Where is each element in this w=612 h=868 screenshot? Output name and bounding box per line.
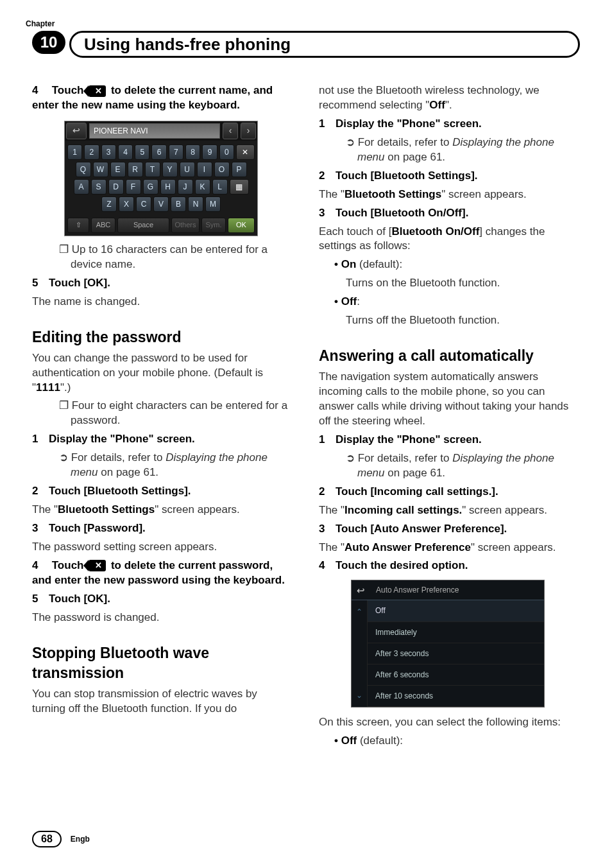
key[interactable]: K bbox=[195, 179, 210, 195]
editpw-step1-sub: For details, refer to Displaying the pho… bbox=[32, 451, 293, 480]
bt-on-desc: Turns on the Bluetooth function. bbox=[319, 276, 580, 291]
kbd-others-key[interactable]: Others bbox=[171, 218, 200, 233]
key[interactable]: 1 bbox=[67, 144, 82, 160]
key[interactable]: W bbox=[93, 162, 108, 177]
key[interactable]: U bbox=[180, 162, 195, 177]
key[interactable]: 8 bbox=[185, 144, 200, 160]
key[interactable]: 3 bbox=[101, 144, 116, 160]
kbd-next-icon[interactable]: › bbox=[241, 123, 256, 139]
key[interactable]: A bbox=[74, 179, 89, 195]
key[interactable]: 2 bbox=[84, 144, 99, 160]
key[interactable]: H bbox=[160, 179, 176, 195]
key[interactable]: Z bbox=[101, 196, 117, 212]
kbd-prev-icon[interactable]: ‹ bbox=[223, 123, 238, 139]
key[interactable]: Q bbox=[76, 162, 91, 177]
key[interactable]: O bbox=[214, 162, 230, 177]
editpw-step5: 5Touch [OK]. bbox=[32, 592, 293, 607]
heading-editing-password: Editing the password bbox=[32, 327, 293, 347]
aa-screen-title: Auto Answer Preference bbox=[376, 585, 459, 595]
heading-stop-bluetooth: Stopping Bluetooth wave transmission bbox=[32, 643, 293, 683]
aa-option[interactable]: After 3 seconds bbox=[368, 643, 544, 664]
stopbt-step3-body: Each touch of [Bluetooth On/Off] changes… bbox=[319, 225, 580, 254]
key[interactable]: G bbox=[143, 179, 158, 195]
scroll-down-icon[interactable]: ⌄ bbox=[356, 690, 362, 700]
chapter-title: Using hands-free phoning bbox=[69, 31, 580, 58]
key[interactable]: X bbox=[119, 196, 134, 212]
key[interactable]: N bbox=[188, 196, 203, 212]
key[interactable]: V bbox=[153, 196, 169, 212]
key[interactable]: 0 bbox=[219, 144, 234, 160]
key[interactable]: T bbox=[145, 162, 160, 177]
keyboard-screenshot: ↩ PIONEER NAVI ‹ › 1 2 3 4 5 6 7 8 bbox=[64, 121, 258, 236]
language-label: Engb bbox=[71, 835, 90, 844]
kbd-back-icon[interactable]: ↩ bbox=[66, 123, 87, 139]
kbd-text-input[interactable]: PIONEER NAVI bbox=[89, 123, 220, 139]
key[interactable]: B bbox=[171, 196, 186, 212]
backspace-icon: ✕ bbox=[89, 560, 106, 571]
left-step4: 4 Touch ✕ to delete the current name, an… bbox=[32, 83, 293, 113]
auto-answer-screenshot: ↩ Auto Answer Preference ⌃ ⌄ Off Immedia… bbox=[351, 580, 545, 707]
aa-off-bullet: Off (default): bbox=[319, 734, 580, 749]
right-column: not use the Bluetooth wireless technolog… bbox=[319, 83, 580, 752]
aa-step3-body: The "Auto Answer Preference" screen appe… bbox=[319, 541, 580, 555]
key[interactable]: F bbox=[126, 179, 141, 195]
stopbt-body-continued: not use the Bluetooth wireless technolog… bbox=[319, 83, 580, 113]
editpw-intro: You can change the password to be used f… bbox=[32, 351, 293, 395]
kbd-delete-key[interactable]: ✕ bbox=[236, 144, 255, 160]
aa-step2-body: The "Incoming call settings." screen app… bbox=[319, 503, 580, 518]
key[interactable]: I bbox=[197, 162, 212, 177]
heading-auto-answer: Answering a call automatically bbox=[319, 346, 580, 366]
key[interactable]: E bbox=[110, 162, 126, 177]
key[interactable]: 4 bbox=[118, 144, 133, 160]
editpw-step3: 3Touch [Password]. bbox=[32, 521, 293, 536]
kbd-layout-key[interactable]: ▦ bbox=[230, 179, 249, 195]
chapter-number-badge: 10 bbox=[32, 31, 65, 54]
stopbt-step3: 3Touch [Bluetooth On/Off]. bbox=[319, 206, 580, 221]
kbd-abc-key[interactable]: ABC bbox=[91, 218, 115, 233]
key[interactable]: P bbox=[232, 162, 247, 177]
key[interactable]: S bbox=[91, 179, 106, 195]
stopbt-step1: 1Display the "Phone" screen. bbox=[319, 117, 580, 132]
editpw-step3-body: The password setting screen appears. bbox=[32, 540, 293, 555]
key[interactable]: C bbox=[136, 196, 151, 212]
left-step5-body: The name is changed. bbox=[32, 295, 293, 309]
key[interactable]: M bbox=[205, 196, 221, 212]
kbd-shift-key[interactable]: ⇧ bbox=[67, 218, 89, 233]
aa-option[interactable]: After 6 seconds bbox=[368, 664, 544, 686]
aa-step1: 1Display the "Phone" screen. bbox=[319, 433, 580, 447]
left-step5: 5Touch [OK]. bbox=[32, 276, 293, 291]
key[interactable]: D bbox=[108, 179, 124, 195]
left-column: 4 Touch ✕ to delete the current name, an… bbox=[32, 83, 293, 752]
editpw-step2: 2Touch [Bluetooth Settings]. bbox=[32, 484, 293, 499]
editpw-step5-body: The password is changed. bbox=[32, 611, 293, 625]
editpw-step1: 1Display the "Phone" screen. bbox=[32, 432, 293, 447]
key[interactable]: R bbox=[128, 162, 143, 177]
kbd-space-key[interactable]: Space bbox=[117, 218, 169, 233]
kbd-sym-key[interactable]: Sym. bbox=[201, 218, 226, 233]
key[interactable]: J bbox=[178, 179, 193, 195]
key[interactable]: 5 bbox=[135, 144, 149, 160]
scroll-up-icon[interactable]: ⌃ bbox=[356, 607, 362, 617]
key[interactable]: L bbox=[212, 179, 228, 195]
stopbt-step2: 2Touch [Bluetooth Settings]. bbox=[319, 169, 580, 184]
stopbt-body: You can stop transmission of electric wa… bbox=[32, 687, 293, 716]
aa-option[interactable]: Immediately bbox=[368, 622, 544, 643]
kbd-ok-button[interactable]: OK bbox=[228, 218, 255, 233]
key[interactable]: 9 bbox=[202, 144, 217, 160]
key[interactable]: 7 bbox=[169, 144, 183, 160]
aa-step3: 3Touch [Auto Answer Preference]. bbox=[319, 522, 580, 537]
auto-answer-intro: The navigation system automatically answ… bbox=[319, 370, 580, 429]
aa-back-icon[interactable]: ↩ bbox=[357, 584, 370, 596]
aa-option[interactable]: Off bbox=[368, 600, 544, 621]
stopbt-step2-body: The "Bluetooth Settings" screen appears. bbox=[319, 187, 580, 202]
editpw-note-length: Four to eight characters can be entered … bbox=[32, 399, 293, 428]
key[interactable]: Y bbox=[162, 162, 178, 177]
bt-off-bullet: Off: bbox=[319, 295, 580, 309]
aa-option[interactable]: After 10 seconds bbox=[368, 686, 544, 707]
editpw-step2-body: The "Bluetooth Settings" screen appears. bbox=[32, 503, 293, 517]
page-number: 68 bbox=[32, 831, 62, 847]
aa-step2: 2Touch [Incoming call settings.]. bbox=[319, 485, 580, 499]
bt-off-desc: Turns off the Bluetooth function. bbox=[319, 313, 580, 328]
bt-on-bullet: On (default): bbox=[319, 257, 580, 272]
key[interactable]: 6 bbox=[151, 144, 166, 160]
